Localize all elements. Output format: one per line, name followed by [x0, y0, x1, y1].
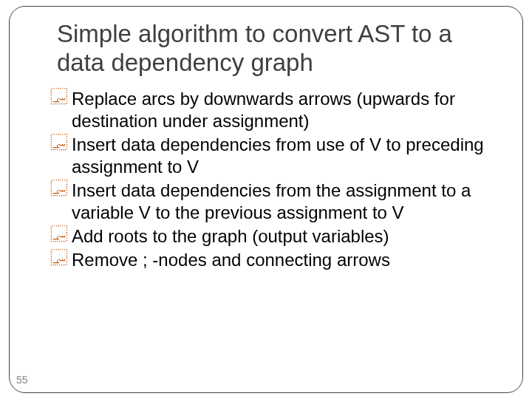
- slide-title: Simple algorithm to convert AST to a dat…: [57, 20, 502, 78]
- list-item-text: Add roots to the graph (output variables…: [72, 226, 389, 246]
- list-item: ؄ Remove ; -nodes and connecting arrows: [51, 249, 496, 271]
- list-item-text: Remove ; -nodes and connecting arrows: [72, 250, 390, 270]
- slide-body: ؄ Replace arcs by downwards arrows (upwa…: [51, 88, 496, 271]
- list-item: ؄ Insert data dependencies from the assi…: [51, 180, 496, 224]
- bullet-icon: ؄: [51, 249, 67, 268]
- slide-frame: Simple algorithm to convert AST to a dat…: [9, 6, 523, 393]
- bullet-icon: ؄: [51, 134, 67, 153]
- page-number: 55: [16, 374, 28, 386]
- list-item: ؄ Add roots to the graph (output variabl…: [51, 225, 496, 248]
- bullet-icon: ؄: [51, 88, 67, 107]
- slide: Simple algorithm to convert AST to a dat…: [0, 0, 532, 399]
- list-item-text: Insert data dependencies from the assign…: [72, 180, 471, 222]
- bullet-icon: ؄: [51, 180, 67, 199]
- list-item-text: Insert data dependencies from use of V t…: [72, 134, 484, 177]
- list-item-text: Replace arcs by downwards arrows (upward…: [72, 89, 455, 131]
- list-item: ؄ Insert data dependencies from use of V…: [51, 134, 496, 178]
- list-item: ؄ Replace arcs by downwards arrows (upwa…: [51, 88, 496, 132]
- bullet-icon: ؄: [51, 225, 67, 245]
